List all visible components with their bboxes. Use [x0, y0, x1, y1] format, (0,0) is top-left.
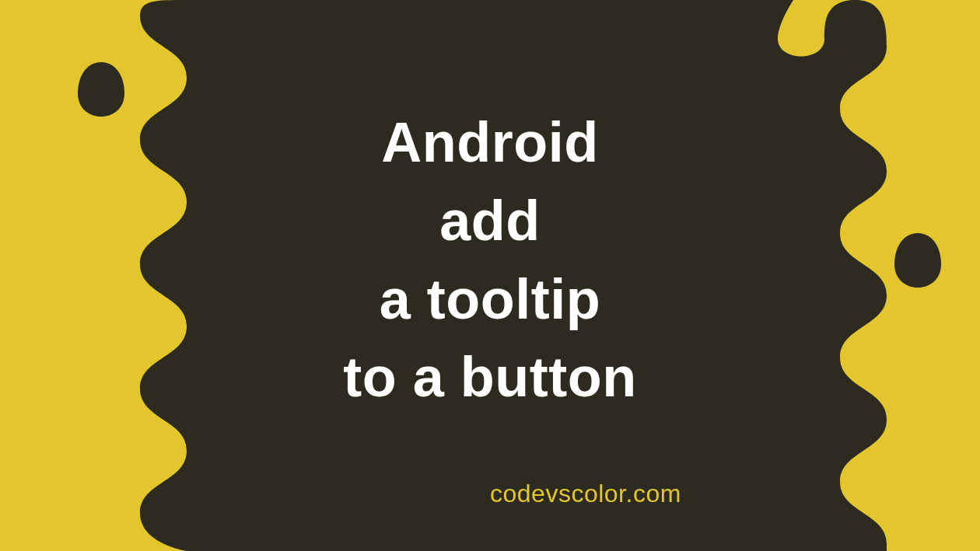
attribution-text: codevscolor.com: [490, 480, 681, 508]
title-line-1: Android: [343, 103, 636, 182]
title-line-4: to a button: [343, 338, 636, 417]
title-line-3: a tooltip: [343, 260, 636, 339]
title-line-2: add: [343, 182, 636, 260]
main-title: Android add a tooltip to a button: [343, 103, 636, 417]
content-area: Android add a tooltip to a button: [0, 0, 980, 551]
